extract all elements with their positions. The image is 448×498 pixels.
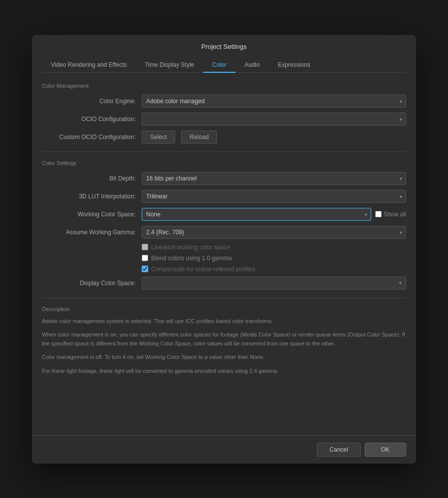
- lut-select-wrapper: Trilinear ▾: [142, 190, 406, 203]
- compensate-checkbox[interactable]: [142, 266, 148, 272]
- color-settings-label: Color Settings: [42, 160, 406, 166]
- ocio-config-control: ▾: [142, 113, 406, 126]
- assume-gamma-select[interactable]: 2.4 (Rec. 709): [142, 226, 406, 239]
- working-color-space-control: None ▾ Show all: [142, 208, 406, 221]
- show-all-wrapper: Show all: [375, 211, 406, 218]
- color-engine-row: Color Engine: Adobe color managed ▾: [42, 95, 406, 108]
- linearize-row: Linearize working color space: [42, 244, 406, 251]
- working-color-space-label: Working Color Space:: [42, 211, 142, 218]
- color-engine-label: Color Engine:: [42, 98, 142, 105]
- description-line-1: Adobe color management system is selecte…: [42, 317, 406, 326]
- tab-expressions[interactable]: Expressions: [269, 57, 319, 72]
- custom-ocio-select-button[interactable]: Select: [142, 131, 175, 144]
- custom-ocio-reload-button[interactable]: Reload: [181, 131, 217, 144]
- bit-depth-label: Bit Depth:: [42, 175, 142, 182]
- tab-time-display[interactable]: Time Display Style: [136, 57, 203, 72]
- blend-colors-label: Blend colors using 1.0 gamma: [151, 255, 231, 262]
- description-label: Description: [42, 306, 406, 312]
- cancel-button[interactable]: Cancel: [317, 443, 360, 457]
- section-divider-1: [42, 152, 406, 152]
- display-color-space-control: ▾: [142, 277, 406, 290]
- assume-gamma-label: Assume Working Gamma:: [42, 229, 142, 236]
- ocio-config-row: OCIO Configuration: ▾: [42, 113, 406, 126]
- working-color-space-row: Working Color Space: None ▾ Show all: [42, 208, 406, 221]
- linearize-label: Linearize working color space: [151, 244, 230, 251]
- ok-button[interactable]: OK: [365, 443, 406, 457]
- blend-colors-row: Blend colors using 1.0 gamma: [42, 255, 406, 262]
- tabs-container: Video Rendering and Effects Time Display…: [42, 57, 406, 73]
- assume-gamma-select-wrapper: 2.4 (Rec. 709) ▾: [142, 226, 406, 239]
- description-line-4: For linear light footage, linear light w…: [42, 367, 406, 376]
- project-settings-dialog: Project Settings Video Rendering and Eff…: [32, 35, 416, 464]
- tab-color[interactable]: Color: [203, 57, 235, 72]
- display-color-space-label: Display Color Space:: [42, 280, 142, 287]
- description-line-2: When color management is on, you can spe…: [42, 331, 406, 348]
- custom-ocio-control: Select Reload: [142, 131, 406, 144]
- ocio-config-select[interactable]: [142, 113, 406, 126]
- description-line-3: Color management is off. To turn it on, …: [42, 353, 406, 362]
- ocio-config-select-wrapper: ▾: [142, 113, 406, 126]
- display-color-space-arrow-icon: ▾: [399, 280, 402, 286]
- display-color-space-dropdown[interactable]: ▾: [142, 277, 406, 290]
- assume-gamma-row: Assume Working Gamma: 2.4 (Rec. 709) ▾: [42, 226, 406, 239]
- linearize-checkbox[interactable]: [142, 244, 148, 250]
- description-section: Description Adobe color management syste…: [42, 306, 406, 376]
- lut-control: Trilinear ▾: [142, 190, 406, 203]
- custom-ocio-row: Custom OCIO Configuration: Select Reload: [42, 131, 406, 144]
- tab-audio[interactable]: Audio: [235, 57, 269, 72]
- lut-select[interactable]: Trilinear: [142, 190, 406, 203]
- color-management-label: Color Management: [42, 83, 406, 89]
- dialog-title: Project Settings: [42, 43, 406, 50]
- show-all-checkbox[interactable]: [375, 211, 382, 217]
- color-engine-select-wrapper: Adobe color managed ▾: [142, 95, 406, 108]
- color-engine-select[interactable]: Adobe color managed: [142, 95, 406, 108]
- section-divider-2: [42, 298, 406, 298]
- custom-ocio-label: Custom OCIO Configuration:: [42, 134, 142, 141]
- lut-label: 3D LUT Interpolation:: [42, 193, 142, 200]
- tab-video-rendering[interactable]: Video Rendering and Effects: [42, 57, 136, 72]
- working-color-space-select-wrapper: None ▾: [142, 208, 371, 221]
- dialog-body: Color Management Color Engine: Adobe col…: [32, 73, 416, 435]
- blend-colors-checkbox[interactable]: [142, 255, 148, 261]
- lut-row: 3D LUT Interpolation: Trilinear ▾: [42, 190, 406, 203]
- show-all-label: Show all: [384, 211, 406, 218]
- compensate-row: Compensate for scene-referred profiles: [42, 266, 406, 273]
- title-bar: Project Settings Video Rendering and Eff…: [32, 35, 416, 73]
- display-color-space-row: Display Color Space: ▾: [42, 277, 406, 290]
- working-color-space-select[interactable]: None: [142, 208, 371, 221]
- bit-depth-row: Bit Depth: 16 bits per channel ▾: [42, 172, 406, 185]
- dialog-footer: Cancel OK: [32, 435, 416, 464]
- compensate-label: Compensate for scene-referred profiles: [151, 266, 255, 273]
- ocio-config-label: OCIO Configuration:: [42, 116, 142, 123]
- assume-gamma-control: 2.4 (Rec. 709) ▾: [142, 226, 406, 239]
- bit-depth-select-wrapper: 16 bits per channel ▾: [142, 172, 406, 185]
- bit-depth-select[interactable]: 16 bits per channel: [142, 172, 406, 185]
- color-engine-control: Adobe color managed ▾: [142, 95, 406, 108]
- bit-depth-control: 16 bits per channel ▾: [142, 172, 406, 185]
